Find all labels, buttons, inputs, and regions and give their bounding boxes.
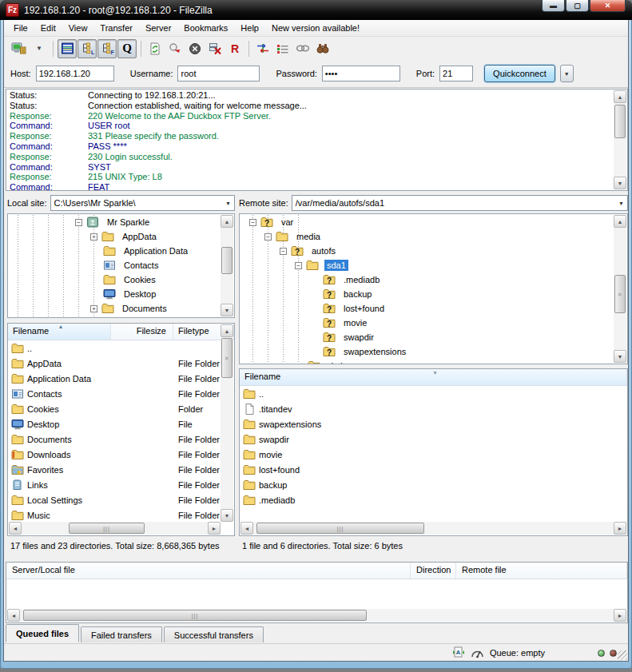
tab-successful-transfers[interactable]: Successful transfers: [164, 626, 264, 642]
column-header-filename[interactable]: Filename▴: [8, 324, 111, 340]
toggle-queue-view-button[interactable]: Q: [117, 39, 137, 58]
tree-item-downloads[interactable]: +Downloads: [8, 316, 221, 317]
speed-limit-icon[interactable]: [471, 646, 485, 659]
tree-item-autofs[interactable]: −?autofs: [240, 244, 614, 258]
file-row-appdata[interactable]: AppDataFile Folder: [9, 356, 221, 371]
tree-item-label[interactable]: movie: [341, 317, 369, 328]
tree-item-lost-found[interactable]: ?lost+found: [240, 301, 614, 316]
remote-list-hscrollbar[interactable]: ◄ ||| ►: [240, 522, 626, 535]
file-row--[interactable]: ..: [9, 340, 221, 356]
transfer-type-icon[interactable]: A: [451, 646, 466, 659]
password-input[interactable]: [322, 66, 400, 82]
tree-item-label[interactable]: backup: [341, 288, 374, 300]
tree-item-swapextensions[interactable]: ?swapextensions: [240, 344, 614, 359]
close-button[interactable]: ✕: [590, 0, 626, 12]
column-header-server-local-file[interactable]: Server/Local file: [6, 563, 411, 579]
site-manager-dropdown-button[interactable]: ▼: [30, 39, 49, 58]
file-row--titandev[interactable]: .titandev: [240, 401, 626, 416]
menu-item-view[interactable]: View: [62, 20, 94, 37]
tree-item-label[interactable]: Desktop: [121, 288, 158, 300]
tree-item-cookies[interactable]: Cookies: [8, 272, 221, 287]
collapse-icon[interactable]: −: [264, 233, 272, 241]
port-input[interactable]: [439, 66, 473, 82]
file-row-desktop[interactable]: DesktopFile: [9, 416, 221, 431]
expand-icon[interactable]: +: [90, 305, 97, 312]
splitter-collapse-icon[interactable]: ▾: [434, 369, 437, 376]
username-input[interactable]: [177, 66, 260, 82]
resize-grip[interactable]: [618, 650, 627, 660]
tree-item-label[interactable]: autofs: [309, 245, 338, 256]
collapse-icon[interactable]: −: [249, 219, 256, 226]
message-log-scrollbar[interactable]: ▲ ▼: [614, 90, 626, 189]
tree-item-desktop[interactable]: Desktop: [8, 287, 221, 301]
cancel-button[interactable]: [185, 39, 205, 58]
directory-comparison-button[interactable]: [253, 39, 272, 58]
tree-item-sda1[interactable]: −sda1: [240, 258, 614, 272]
tree-item-contacts[interactable]: Contacts: [8, 258, 221, 272]
file-row-documents[interactable]: DocumentsFile Folder: [9, 431, 221, 447]
tree-item-label[interactable]: Application Data: [121, 245, 190, 256]
menu-item-transfer[interactable]: Transfer: [93, 20, 139, 37]
collapse-icon[interactable]: −: [75, 219, 82, 226]
file-row-swapextensions[interactable]: swapextensions: [240, 416, 626, 431]
file-row-music[interactable]: MusicFile Folder: [9, 507, 221, 523]
quickconnect-dropdown-button[interactable]: ▼: [560, 65, 574, 82]
tree-item-swapdir[interactable]: ?swapdir: [240, 330, 614, 344]
toggle-local-tree-button[interactable]: L: [78, 39, 97, 58]
file-row-contacts[interactable]: ContactsFile Folder: [9, 386, 221, 401]
expand-icon[interactable]: +: [90, 233, 97, 241]
process-queue-button[interactable]: [165, 39, 185, 58]
menu-item-new-version-available[interactable]: New version available!: [265, 20, 366, 37]
local-list-hscrollbar[interactable]: ◄ ||| ►: [9, 522, 221, 535]
file-row-backup[interactable]: backup: [240, 477, 626, 492]
tree-item-var[interactable]: −?var: [240, 215, 614, 229]
local-tree-scrollbar[interactable]: ▲ ▼: [221, 215, 233, 316]
file-row--mediadb[interactable]: .mediadb: [240, 492, 626, 507]
tree-item-label[interactable]: sda1: [324, 260, 348, 271]
tree-item-label[interactable]: lost+found: [341, 303, 387, 314]
local-list-vscrollbar[interactable]: ▲ ≡ ▼: [221, 324, 233, 522]
synchronized-browsing-button[interactable]: [293, 39, 312, 58]
local-site-combobox[interactable]: C:\Users\Mr Sparkle\ ▼: [50, 195, 235, 211]
tree-item-label[interactable]: Contacts: [121, 260, 161, 271]
title-bar[interactable]: Fz 192.168.1.20 - root@192.168.1.20 - Fi…: [0, 0, 632, 20]
file-row-application-data[interactable]: Application DataFile Folder: [9, 371, 221, 386]
find-files-button[interactable]: [313, 39, 332, 58]
file-row-downloads[interactable]: DownloadsFile Folder: [9, 447, 221, 462]
comparison-listing-button[interactable]: [273, 39, 292, 58]
column-header-filesize[interactable]: Filesize: [111, 324, 173, 340]
column-header-remote-file[interactable]: Remote file: [456, 563, 627, 579]
disconnect-button[interactable]: [205, 39, 225, 58]
menu-item-edit[interactable]: Edit: [34, 20, 62, 37]
tree-item-appdata[interactable]: +AppData: [8, 229, 221, 244]
refresh-button[interactable]: [145, 39, 165, 58]
file-row-favorites[interactable]: ★FavoritesFile Folder: [9, 462, 221, 477]
toggle-message-log-button[interactable]: [58, 39, 77, 58]
file-row-swapdir[interactable]: swapdir: [240, 431, 626, 447]
tree-item-label[interactable]: .mediadb: [341, 274, 382, 285]
menu-item-file[interactable]: File: [7, 20, 34, 37]
queue-hscrollbar[interactable]: ◄ ||| ►: [7, 609, 626, 622]
collapse-icon[interactable]: −: [295, 262, 302, 269]
host-input[interactable]: [36, 66, 114, 82]
menu-item-help[interactable]: Help: [234, 20, 265, 37]
file-row-movie[interactable]: movie: [240, 447, 626, 462]
tree-item-label[interactable]: Cookies: [121, 274, 158, 285]
tree-item-application-data[interactable]: Application Data: [8, 244, 221, 258]
toggle-remote-tree-button[interactable]: F: [97, 39, 117, 58]
tree-item-dvd[interactable]: ?dvd: [240, 359, 614, 364]
tree-item-movie[interactable]: ?movie: [240, 316, 614, 330]
collapse-icon[interactable]: −: [280, 248, 287, 255]
tree-item-label[interactable]: AppData: [120, 231, 159, 242]
reconnect-button[interactable]: R: [225, 39, 244, 58]
tree-item--mediadb[interactable]: ?.mediadb: [240, 272, 614, 287]
menu-item-bookmarks[interactable]: Bookmarks: [177, 20, 234, 37]
tree-item-label[interactable]: var: [279, 217, 296, 228]
tree-item-media[interactable]: −media: [240, 229, 614, 244]
tree-item-label[interactable]: Documents: [120, 303, 169, 314]
quickconnect-button[interactable]: Quickconnect: [484, 65, 555, 82]
remote-tree-scrollbar[interactable]: ▲ ≡ ▼: [614, 215, 626, 363]
tree-item-label[interactable]: Mr Sparkle: [105, 217, 152, 228]
tree-item-label[interactable]: swapdir: [341, 332, 376, 343]
tree-item-backup[interactable]: ?backup: [240, 287, 614, 301]
